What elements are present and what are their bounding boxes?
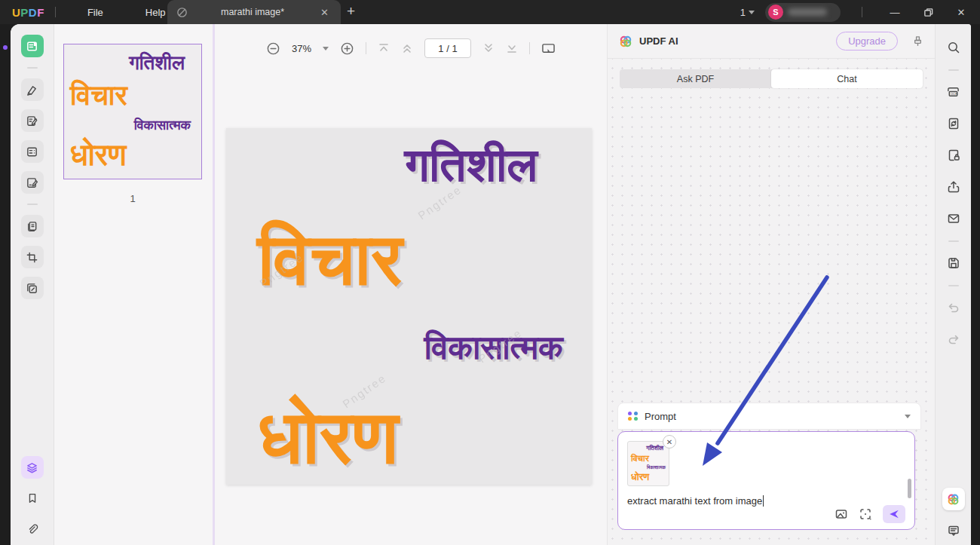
save-button[interactable] [942, 252, 965, 274]
tab-chat[interactable]: Chat [771, 69, 923, 88]
attach-line-1: गतिशील [646, 445, 663, 452]
reader-icon [26, 40, 38, 53]
svg-text:OCR: OCR [951, 92, 958, 96]
page-line-2: विचार [258, 222, 403, 299]
presentation-button[interactable] [541, 42, 556, 55]
thumb-line-2: विचार [70, 80, 195, 110]
restore-button[interactable] [917, 3, 939, 21]
next-page-button[interactable] [482, 42, 495, 54]
undo-button[interactable] [942, 296, 965, 319]
page-thumbnail[interactable]: गतिशील विचार विकासात्मक धोरण [63, 44, 202, 179]
ocr-button[interactable]: OCR [942, 81, 965, 103]
zoom-in-button[interactable] [340, 41, 354, 56]
brush-icon[interactable] [911, 35, 924, 47]
send-icon [888, 508, 900, 520]
save-icon [947, 256, 960, 270]
panel-handle-dot [3, 45, 8, 50]
upgrade-button[interactable]: Upgrade [836, 32, 898, 51]
protect-button[interactable] [942, 144, 965, 167]
comments-list-button[interactable] [942, 519, 965, 542]
forms-button[interactable] [21, 140, 44, 163]
attachment-button[interactable] [21, 518, 44, 540]
avatar: S [768, 5, 783, 20]
logo-letter: U [12, 6, 20, 19]
insert-image-button[interactable] [835, 507, 848, 521]
divider [948, 240, 959, 242]
undo-icon [947, 301, 960, 314]
tab-close-icon[interactable]: ✕ [317, 7, 332, 18]
left-toolbar [11, 24, 54, 545]
remove-attachment-button[interactable]: ✕ [663, 435, 676, 449]
prompt-header[interactable]: Prompt [617, 403, 921, 430]
thumbnail-page-number: 1 [63, 193, 202, 204]
last-page-button[interactable] [506, 42, 518, 54]
menu-file[interactable]: File [66, 7, 124, 18]
edit-text-button[interactable] [21, 109, 44, 132]
tab-ask-pdf[interactable]: Ask PDF [620, 69, 771, 88]
window-count-dropdown[interactable]: 1 [740, 7, 755, 18]
search-icon [947, 41, 960, 54]
attach-line-4: धोरण [631, 472, 666, 482]
updf-ai-button[interactable] [942, 488, 965, 510]
convert-button[interactable] [942, 112, 965, 135]
document-tab[interactable]: marathi image* ✕ [167, 0, 341, 24]
reader-mode-button[interactable] [21, 35, 44, 57]
zoom-out-button[interactable] [266, 41, 280, 56]
close-button[interactable]: ✕ [950, 3, 972, 21]
prompt-collapse-icon[interactable] [905, 415, 911, 418]
bookmark-button[interactable] [21, 487, 44, 510]
form-icon [26, 145, 38, 158]
prompt-input[interactable]: गतिशील विचार विकासात्मक धोरण ✕ extract m… [617, 431, 915, 530]
bookmark-icon [26, 492, 38, 504]
layers-button[interactable] [21, 456, 44, 479]
divider [948, 285, 959, 286]
divider [27, 67, 38, 69]
redo-button[interactable] [942, 328, 965, 351]
no-edit-icon [176, 7, 188, 18]
updf-logo: UPDF [12, 6, 44, 19]
zoom-dropdown-icon[interactable] [323, 47, 329, 51]
thumbnail-panel: गतिशील विचार विकासात्मक धोरण 1 [54, 24, 215, 545]
pdf-page[interactable]: Pngtree Pngtree Pngtree Pngtree गतिशील व… [226, 128, 592, 485]
ai-mode-tabs: Ask PDF Chat [620, 69, 923, 88]
redo-icon [947, 332, 960, 346]
divider [862, 7, 862, 17]
prompt-text[interactable]: extract marathi text from image [627, 495, 762, 507]
updf-ai-logo-icon [618, 34, 633, 49]
page-edit-button[interactable] [21, 171, 44, 194]
text-cursor [763, 495, 764, 507]
organize-pages-button[interactable] [21, 215, 44, 237]
comment-tool-button[interactable] [21, 78, 44, 101]
first-page-button[interactable] [378, 42, 390, 54]
account-button[interactable]: S [765, 3, 841, 22]
search-button[interactable] [942, 36, 965, 59]
page-indicator[interactable]: 1 / 1 [424, 38, 471, 58]
previous-page-button[interactable] [401, 42, 413, 54]
attached-image-thumbnail[interactable]: गतिशील विचार विकासात्मक धोरण ✕ [627, 441, 669, 486]
zoom-level: 37% [292, 43, 311, 54]
send-button[interactable] [883, 505, 905, 523]
share-icon [947, 180, 960, 194]
new-tab-button[interactable]: + [347, 3, 355, 20]
divider [948, 69, 959, 71]
email-button[interactable] [942, 207, 965, 230]
divider [27, 204, 38, 205]
input-scrollbar[interactable] [908, 479, 911, 498]
minimize-button[interactable]: — [884, 3, 906, 21]
document-canvas: 37% 1 / 1 Pngtree Pngtree Pngtree Pngtre… [215, 24, 607, 545]
thumb-line-1: गतिशील [129, 53, 185, 74]
logo-letter: F [37, 6, 44, 19]
ai-panel-header: UPDF AI Upgrade [608, 24, 935, 59]
updf-ai-panel: UPDF AI Upgrade Ask PDF Chat Prompt [607, 24, 935, 545]
layers-icon [26, 461, 38, 474]
paperclip-icon [26, 523, 38, 535]
prompt-icon [628, 412, 638, 421]
crop-button[interactable] [21, 246, 44, 268]
share-button[interactable] [942, 176, 965, 198]
app-window: गतिशील विचार विकासात्मक धोरण 1 37% 1 / 1… [11, 24, 971, 545]
capture-button[interactable] [21, 277, 44, 299]
divider [366, 42, 366, 54]
screenshot-capture-button[interactable] [859, 507, 872, 521]
convert-icon [947, 117, 960, 130]
comment-icon [947, 524, 960, 537]
